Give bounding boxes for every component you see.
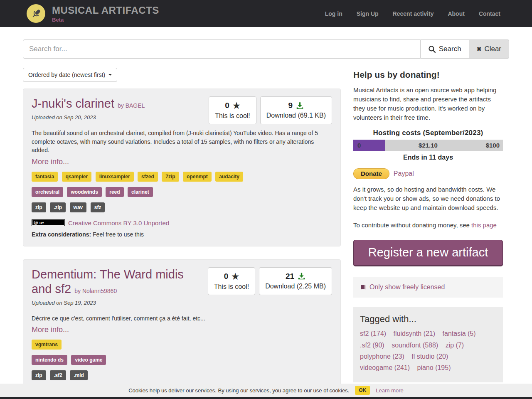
nav-contact[interactable]: Contact <box>479 10 500 17</box>
learn-more-link[interactable]: Learn more <box>376 387 403 394</box>
tag[interactable]: .mid <box>70 370 88 380</box>
nav-login[interactable]: Log in <box>325 10 342 17</box>
tag[interactable]: nintendo ds <box>32 355 67 365</box>
category-tags: nintendo ds video game <box>32 355 332 365</box>
download-button[interactable]: 9 Download (69.1 KB) <box>260 96 332 124</box>
results-column: Ordered by date (newest first) 0 ★ This … <box>23 68 341 399</box>
freely-licensed-link[interactable]: Only show freely licensed <box>369 283 445 291</box>
nav-signup[interactable]: Sign Up <box>357 10 379 17</box>
brand: MUSICAL ARTIFACTS Beta <box>52 5 159 23</box>
extra-considerations: Extra considerations: Feel free to use t… <box>32 231 332 238</box>
artifact-upload-date: Uploaded on Sep 19, 2023 <box>32 300 332 306</box>
tag[interactable]: orchestral <box>32 187 63 197</box>
more-info-link[interactable]: More info... <box>32 158 69 166</box>
artifact-byline: by Nolann59860 <box>74 288 117 294</box>
paypal-link[interactable]: Paypal <box>394 170 414 177</box>
cool-button[interactable]: 0 ★ This is cool! <box>208 267 255 295</box>
download-button-label: Download (2.25 MB) <box>265 283 326 290</box>
site-logo[interactable] <box>27 4 45 23</box>
sidebar: Help us by donating! Musical Artifacts i… <box>353 68 503 382</box>
more-info-link[interactable]: More info... <box>32 325 69 334</box>
tag-link[interactable]: videogame (241) <box>360 364 410 371</box>
search-button[interactable]: Search <box>421 39 469 59</box>
format-tags: zip .sf2 .mid <box>32 370 332 380</box>
download-icon <box>296 102 304 110</box>
tag[interactable]: qsampler <box>62 172 91 182</box>
nav-recent-activity[interactable]: Recent activity <box>393 10 434 17</box>
tag[interactable]: 7zip <box>162 172 179 182</box>
tag-link[interactable]: fantasia (5) <box>443 330 476 337</box>
tag[interactable]: openmpt <box>183 172 212 182</box>
tag[interactable]: .sf2 <box>50 370 66 380</box>
tag[interactable]: .zip <box>50 202 66 212</box>
tag[interactable]: zip <box>32 370 46 380</box>
tag[interactable]: video game <box>71 355 106 365</box>
tag[interactable]: wav <box>70 202 87 212</box>
tag-link[interactable]: .sf2 (90) <box>360 342 384 349</box>
star-icon: ★ <box>232 271 239 281</box>
clear-button[interactable]: ✖ Clear <box>469 39 509 59</box>
search-icon <box>428 45 436 53</box>
star-icon: ★ <box>233 101 240 111</box>
donate-text: Musical Artifacts is an open source web … <box>353 86 503 122</box>
search-bar: Search ✖ Clear <box>23 39 509 59</box>
site-title: MUSICAL ARTIFACTS <box>52 5 159 16</box>
register-artifact-button[interactable]: Register a new artifact <box>353 240 503 266</box>
cool-button[interactable]: 0 ★ This is cool! <box>209 96 256 124</box>
download-button[interactable]: 21 Download (2.25 MB) <box>259 267 332 295</box>
footer-edge <box>0 397 532 399</box>
software-tags: fantasia qsampler linuxsampler sfzed 7zi… <box>32 172 332 182</box>
tag[interactable]: audacity <box>215 172 243 182</box>
download-icon <box>298 272 305 280</box>
tag[interactable]: sfzed <box>138 172 158 182</box>
donate-row: Donate Paypal <box>353 168 503 179</box>
book-icon <box>360 284 366 290</box>
artifact-description: Décrire ce que c'est, comment l'utiliser… <box>32 314 332 323</box>
license-row: cc BY Creative Commons BY 3.0 Unported <box>32 219 332 227</box>
cookie-ok-button[interactable]: OK <box>355 386 370 395</box>
progress-current-label: $21.10 <box>353 140 503 151</box>
tag[interactable]: vgmtrans <box>32 340 62 350</box>
tag-link[interactable]: piano (195) <box>417 364 451 371</box>
tag[interactable]: fantasia <box>32 172 58 182</box>
tag[interactable]: linuxsampler <box>96 172 134 182</box>
donate-button[interactable]: Donate <box>353 168 389 179</box>
artifact-description: The beautiful sound of an orchestral cla… <box>32 129 332 155</box>
beta-badge: Beta <box>52 17 159 23</box>
cc-by-badge-icon: cc BY <box>32 219 65 226</box>
license-link[interactable]: Creative Commons BY 3.0 Unported <box>68 219 169 227</box>
search-button-label: Search <box>439 45 461 53</box>
artifact-title-link[interactable]: J-nuki's clarinet <box>32 97 114 110</box>
sort-dropdown[interactable]: Ordered by date (newest first) <box>23 68 117 82</box>
artifact-author-link[interactable]: BAGEL <box>126 102 145 109</box>
campaign-ends-label: Ends in 11 days <box>353 154 503 161</box>
tag[interactable]: reed <box>106 187 123 197</box>
hosting-progress-bar: 0 $21.10 $100 <box>353 140 503 151</box>
tagged-with-list: sf2 (174) fluidsynth (21) fantasia (5) .… <box>360 328 496 373</box>
artifact-author-link[interactable]: Nolann59860 <box>82 288 117 294</box>
cool-count: 0 <box>224 272 229 281</box>
artifact-actions: 0 ★ This is cool! 9 <box>209 96 332 124</box>
tag-link[interactable]: sf2 (174) <box>360 330 386 337</box>
tag-link[interactable]: zip (7) <box>446 342 464 349</box>
freely-licensed-panel: Only show freely licensed <box>353 277 503 298</box>
cookie-banner: Cookies help us deliver our services. By… <box>0 384 532 397</box>
category-tags: orchestral woodwinds reed clarinet <box>32 187 332 197</box>
search-input[interactable] <box>23 39 421 59</box>
nav-about[interactable]: About <box>448 10 464 17</box>
tag[interactable]: clarinet <box>128 187 153 197</box>
clear-button-label: Clear <box>484 45 501 53</box>
tag-link[interactable]: fluidsynth (21) <box>394 330 436 337</box>
this-page-link[interactable]: this page <box>471 222 497 229</box>
format-tags: zip .zip wav sfz <box>32 202 332 212</box>
tag[interactable]: sfz <box>91 202 105 212</box>
tag-link[interactable]: fl studio (20) <box>411 353 448 360</box>
tag[interactable]: zip <box>32 202 46 212</box>
app-header: MUSICAL ARTIFACTS Beta Log in Sign Up Re… <box>0 0 532 27</box>
tag-link[interactable]: polyphone (23) <box>360 353 404 360</box>
tag[interactable]: woodwinds <box>67 187 101 197</box>
download-count: 21 <box>286 272 294 281</box>
progress-max-label: $100 <box>486 140 500 151</box>
microphone-icon <box>30 7 42 20</box>
tag-link[interactable]: soundfont (588) <box>392 342 438 349</box>
